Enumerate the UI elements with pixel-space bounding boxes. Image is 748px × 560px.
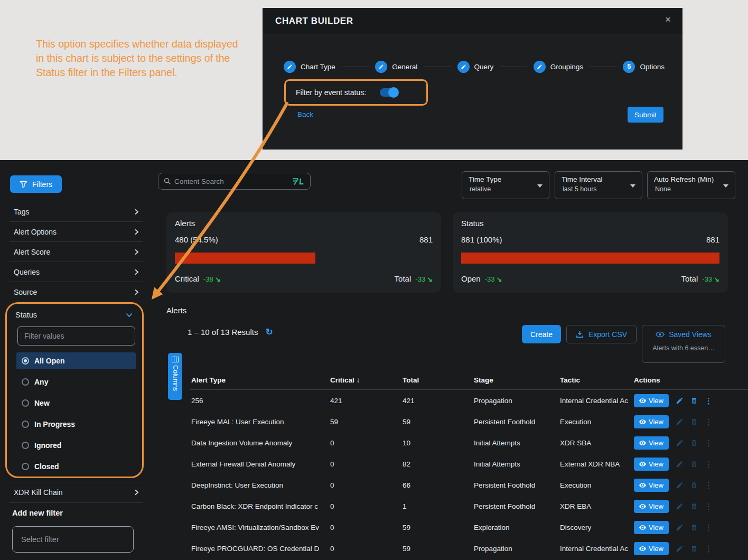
cell-critical: 421 — [329, 397, 401, 405]
cell-tactic: Execution — [559, 418, 633, 426]
edit-icon[interactable] — [676, 502, 684, 510]
edit-icon[interactable] — [676, 418, 684, 426]
submit-button[interactable]: Submit — [628, 107, 663, 123]
table-row[interactable]: External Firewall Denial Anomaly 0 82 In… — [190, 453, 748, 474]
select-filter-input[interactable] — [12, 526, 134, 553]
metric-label: Open — [461, 274, 481, 283]
radio-icon — [22, 442, 29, 449]
more-actions-icon[interactable]: ⋮ — [705, 481, 713, 489]
more-actions-icon[interactable]: ⋮ — [705, 460, 713, 468]
step-options[interactable]: 5 Options — [623, 61, 665, 73]
table-row[interactable]: DeepInstinct: User Execution 0 66 Persis… — [190, 474, 748, 496]
alerts-table: Alert Type Critical↓ Total Stage Tactic … — [190, 370, 748, 559]
pencil-icon — [375, 61, 387, 73]
radio-icon — [22, 378, 29, 386]
sidebar-item-alert-options[interactable]: Alert Options — [10, 222, 143, 242]
auto-refresh-dropdown[interactable]: Auto Refresh (Min) None — [647, 171, 735, 199]
edit-icon[interactable] — [676, 439, 684, 447]
filters-button[interactable]: Filters — [10, 175, 62, 193]
step-groupings[interactable]: Groupings — [534, 61, 583, 73]
table-row[interactable]: Carbon Black: XDR Endpoint Indicator c 0… — [190, 496, 748, 517]
more-actions-icon[interactable]: ⋮ — [705, 545, 713, 553]
alerts-section-title: Alerts — [166, 306, 186, 315]
view-button[interactable]: View — [634, 436, 669, 450]
cell-tactic: Internal Credential Ac — [559, 545, 633, 553]
close-icon[interactable]: × — [665, 14, 671, 24]
status-option-any[interactable]: Any — [16, 374, 136, 390]
sidebar-item-xdr-kill-chain[interactable]: XDR Kill Chain — [10, 482, 143, 503]
search-input[interactable] — [174, 178, 288, 185]
filter-values-input[interactable] — [17, 326, 135, 346]
more-actions-icon[interactable]: ⋮ — [705, 502, 713, 510]
progress-bar — [175, 253, 433, 264]
time-interval-dropdown[interactable]: Time Interval last 5 hours — [555, 171, 642, 199]
status-option-ignored[interactable]: Ignored — [16, 437, 136, 454]
step-query[interactable]: Query — [457, 61, 494, 73]
edit-icon[interactable] — [676, 481, 684, 489]
step-chart-type[interactable]: Chart Type — [284, 61, 335, 73]
column-header-critical[interactable]: Critical↓ — [329, 376, 401, 384]
search-syntax-logo-icon[interactable] — [292, 178, 305, 185]
table-row[interactable]: 256 421 421 Propagation Internal Credent… — [190, 390, 748, 411]
edit-icon[interactable] — [676, 545, 684, 553]
edit-icon[interactable] — [676, 397, 684, 405]
sidebar-item-status[interactable]: Status — [7, 304, 142, 319]
status-option-in-progress[interactable]: In Progress — [16, 416, 136, 433]
table-row[interactable]: Fireeye AMSI: Virtualization/Sandbox Ev … — [190, 517, 748, 538]
status-option-closed[interactable]: Closed — [16, 458, 136, 475]
delete-icon[interactable] — [690, 502, 698, 510]
refresh-icon[interactable]: ↻ — [265, 328, 273, 337]
column-header-alert-type[interactable]: Alert Type — [190, 376, 329, 384]
step-general[interactable]: General — [375, 61, 417, 73]
saved-views-button[interactable]: Saved Views Alerts with 6 essen… — [642, 325, 725, 363]
delete-icon[interactable] — [690, 397, 698, 405]
column-header-tactic[interactable]: Tactic — [559, 376, 633, 384]
delete-icon[interactable] — [690, 439, 698, 447]
cell-stage: Exploration — [473, 524, 559, 531]
view-button[interactable]: View — [634, 458, 669, 471]
more-actions-icon[interactable]: ⋮ — [705, 524, 713, 531]
column-header-total[interactable]: Total — [401, 376, 473, 384]
back-link[interactable]: Back — [297, 110, 313, 118]
edit-icon[interactable] — [676, 460, 684, 468]
view-button[interactable]: View — [634, 394, 669, 407]
cell-stage: Propagation — [473, 397, 559, 405]
sidebar-item-tags[interactable]: Tags — [10, 202, 143, 222]
sidebar-item-queries[interactable]: Queries — [10, 262, 143, 282]
event-status-toggle[interactable] — [380, 88, 398, 97]
chevron-down-icon — [126, 313, 133, 318]
status-option-all-open[interactable]: All Open — [16, 352, 136, 369]
table-row[interactable]: Data Ingestion Volume Anomaly 0 10 Initi… — [190, 432, 748, 453]
cell-total: 1 — [401, 502, 473, 510]
sidebar-item-source[interactable]: Source — [10, 282, 143, 302]
delete-icon[interactable] — [690, 460, 698, 468]
view-button[interactable]: View — [634, 521, 669, 534]
card-right-value: 881 — [706, 235, 719, 244]
export-csv-button[interactable]: Export CSV — [566, 325, 637, 343]
create-button[interactable]: Create — [522, 325, 561, 343]
view-button[interactable]: View — [634, 500, 669, 513]
delete-icon[interactable] — [690, 545, 698, 553]
chevron-right-icon — [134, 229, 139, 235]
table-row[interactable]: Fireeye PROCGUARD: OS Credential D 0 59 … — [190, 538, 748, 559]
delete-icon[interactable] — [690, 418, 698, 426]
time-type-dropdown[interactable]: Time Type relative — [462, 171, 549, 199]
more-actions-icon[interactable]: ⋮ — [705, 418, 713, 426]
edit-icon[interactable] — [676, 524, 684, 531]
filter-category-list: Tags Alert Options Alert Score Queries S… — [10, 202, 143, 302]
view-button[interactable]: View — [634, 479, 669, 492]
more-actions-icon[interactable]: ⋮ — [705, 397, 713, 405]
sidebar-item-alert-score[interactable]: Alert Score — [10, 242, 143, 262]
view-button[interactable]: View — [634, 415, 669, 428]
delete-icon[interactable] — [690, 524, 698, 531]
view-button[interactable]: View — [634, 542, 669, 555]
column-header-stage[interactable]: Stage — [473, 376, 559, 384]
more-actions-icon[interactable]: ⋮ — [705, 439, 713, 447]
delete-icon[interactable] — [690, 481, 698, 489]
cell-tactic: XDR SBA — [559, 439, 633, 447]
status-option-new[interactable]: New — [16, 395, 136, 412]
columns-button[interactable]: Columns — [168, 353, 182, 400]
chevron-right-icon — [134, 209, 139, 215]
table-row[interactable]: Fireeye MAL: User Execution 59 59 Persis… — [190, 411, 748, 432]
chevron-right-icon — [134, 269, 139, 275]
